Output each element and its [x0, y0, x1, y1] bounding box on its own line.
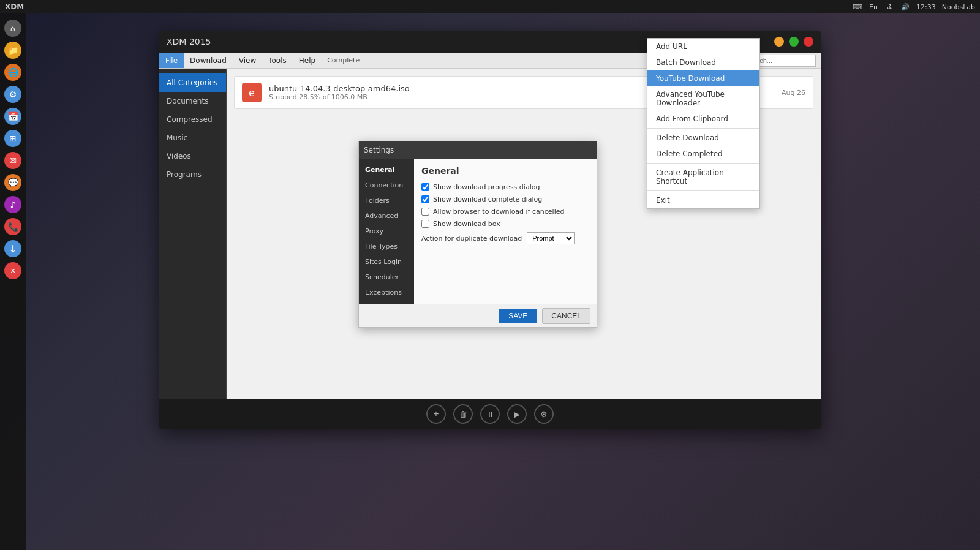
sidebar-item-documents[interactable]: Documents [159, 92, 226, 110]
sidebar-item-compressed[interactable]: Compressed [159, 110, 226, 129]
music-icon: ♪ [4, 196, 21, 213]
files-icon: 📁 [4, 42, 21, 59]
taskbar-top: XDM ⌨ En 🖧 🔊 12:33 NoobsLab [0, 0, 980, 13]
username: NoobsLab [942, 3, 975, 11]
checkbox-browser[interactable] [421, 208, 429, 216]
chat-icon: 💬 [4, 174, 21, 191]
sidebar: All Categories Documents Compressed Musi… [159, 69, 227, 402]
duplicate-row: Action for duplicate download Prompt Ski… [421, 232, 589, 244]
settings-nav-sites-login[interactable]: Sites Login [359, 254, 414, 269]
settings-button[interactable]: ⚙ [534, 404, 554, 424]
maximize-button[interactable] [789, 37, 799, 47]
settings-nav-proxy[interactable]: Proxy [359, 224, 414, 239]
settings-nav-general[interactable]: General [359, 162, 414, 178]
dock-item-mail[interactable]: ✉ [3, 151, 23, 170]
dock: ⌂ 📁 🌐 ⚙ 📅 ⊞ ✉ 💬 ♪ 📞 ↓ [0, 13, 26, 550]
menu-divider-1 [647, 128, 760, 129]
checkbox-row-progress: Show download progress dialog [421, 183, 589, 191]
save-button[interactable]: SAVE [499, 309, 537, 323]
remove-icon: ✕ [4, 262, 21, 279]
dock-item-music[interactable]: ♪ [3, 195, 23, 214]
dropdown-menu: Add URL Batch Download YouTube Download … [647, 38, 760, 209]
menu-add-url[interactable]: Add URL [647, 39, 760, 55]
dock-item-phone[interactable]: 📞 [3, 217, 23, 236]
sidebar-item-programs[interactable]: Programs [159, 165, 226, 184]
settings-body: General Connection Folders Advanced Prox… [359, 159, 597, 304]
menu-delete-download[interactable]: Delete Download [647, 130, 760, 146]
menu-exit[interactable]: Exit [647, 192, 760, 208]
settings-nav-scheduler[interactable]: Scheduler [359, 269, 414, 285]
close-button[interactable] [804, 37, 813, 47]
checkbox-complete-label: Show download complete dialog [433, 195, 542, 203]
dock-item-apps[interactable]: ⊞ [3, 129, 23, 148]
resume-button[interactable]: ▶ [507, 404, 527, 424]
locale-icon: En [869, 2, 878, 12]
menu-download[interactable]: Download [184, 53, 233, 68]
phone-icon: 📞 [4, 218, 21, 235]
dock-item-firefox[interactable]: 🌐 [3, 62, 23, 82]
settings-content: General Show download progress dialog Sh… [414, 159, 597, 304]
firefox-icon: 🌐 [4, 64, 21, 81]
menu-batch-download[interactable]: Batch Download [647, 55, 760, 70]
checkbox-progress[interactable] [421, 183, 429, 191]
menu-create-shortcut[interactable]: Create Application Shortcut [647, 165, 760, 189]
dock-item-files[interactable]: 📁 [3, 40, 23, 60]
menu-help[interactable]: Help [293, 53, 322, 68]
taskbar-right: ⌨ En 🖧 🔊 12:33 NoobsLab [853, 2, 975, 12]
checkbox-progress-label: Show download progress dialog [433, 183, 540, 191]
taskbar-app-label: XDM [5, 2, 24, 11]
settings-icon: ⚙ [4, 86, 21, 103]
duplicate-label: Action for duplicate download [421, 235, 522, 243]
desktop: XDM ⌨ En 🖧 🔊 12:33 NoobsLab ⌂ 📁 🌐 ⚙ 📅 ⊞ [0, 0, 980, 550]
settings-nav-connection[interactable]: Connection [359, 178, 414, 193]
dock-item-chat[interactable]: 💬 [3, 173, 23, 192]
duplicate-select[interactable]: Prompt Skip Overwrite Ask [527, 232, 575, 244]
settings-titlebar: Settings [359, 141, 597, 159]
dock-item-calendar[interactable]: 📅 [3, 107, 23, 126]
settings-dialog: Settings General Connection Folders Adva… [358, 141, 597, 328]
apps-icon: ⊞ [4, 130, 21, 147]
download-file-icon: e [242, 83, 262, 102]
dock-item-download[interactable]: ↓ [3, 239, 23, 258]
menu-divider-3 [647, 190, 760, 191]
sidebar-item-all-categories[interactable]: All Categories [159, 73, 226, 92]
minimize-button[interactable] [774, 37, 784, 47]
menu-youtube-download[interactable]: YouTube Download [647, 70, 760, 86]
sidebar-item-music[interactable]: Music [159, 129, 226, 147]
dock-item-settings[interactable]: ⚙ [3, 85, 23, 104]
menu-view[interactable]: View [233, 53, 262, 68]
checkbox-complete[interactable] [421, 195, 429, 203]
sidebar-item-videos[interactable]: Videos [159, 147, 226, 165]
download-date: Aug 26 [782, 89, 805, 97]
calendar-icon: 📅 [4, 108, 21, 125]
menu-delete-completed[interactable]: Delete Completed [647, 146, 760, 162]
checkbox-box[interactable] [421, 220, 429, 228]
network-icon: 🖧 [884, 2, 894, 12]
checkbox-row-browser: Allow browser to download if cancelled [421, 208, 589, 216]
settings-nav-folders[interactable]: Folders [359, 193, 414, 208]
dock-item-home[interactable]: ⌂ [3, 18, 23, 38]
cancel-button[interactable]: CANCEL [542, 308, 590, 324]
bottom-toolbar: + 🗑 ⏸ ▶ ⚙ [159, 399, 821, 429]
checkbox-row-box: Show download box [421, 220, 589, 228]
settings-footer: SAVE CANCEL [359, 304, 597, 327]
mail-icon: ✉ [4, 152, 21, 169]
settings-nav-file-types[interactable]: File Types [359, 239, 414, 254]
dock-item-remove[interactable]: ✕ [3, 261, 23, 281]
clock: 12:33 [916, 3, 936, 11]
menu-add-clipboard[interactable]: Add From Clipboard [647, 111, 760, 127]
settings-section-title: General [421, 166, 589, 176]
settings-nav-advanced[interactable]: Advanced [359, 208, 414, 224]
checkbox-browser-label: Allow browser to download if cancelled [433, 208, 564, 216]
menu-tools[interactable]: Tools [262, 53, 293, 68]
pause-button[interactable]: ⏸ [480, 404, 500, 424]
settings-title: Settings [364, 146, 394, 154]
volume-icon: 🔊 [900, 2, 910, 12]
delete-button[interactable]: 🗑 [453, 404, 473, 424]
download-icon: ↓ [4, 240, 21, 257]
menu-file[interactable]: File [159, 53, 184, 68]
add-button[interactable]: + [426, 404, 446, 424]
menu-advanced-youtube[interactable]: Advanced YouTube Downloader [647, 86, 760, 111]
settings-sidebar: General Connection Folders Advanced Prox… [359, 159, 414, 304]
settings-nav-exceptions[interactable]: Exceptions [359, 285, 414, 300]
